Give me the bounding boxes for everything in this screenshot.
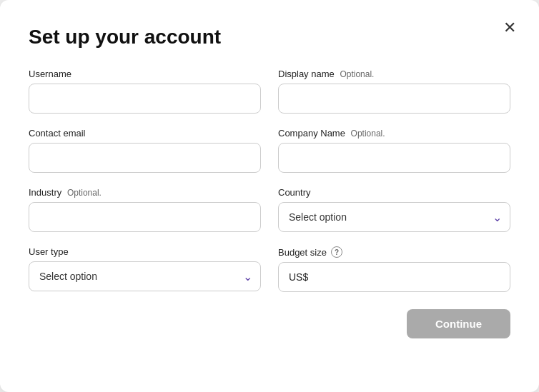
user-type-select-wrapper: Select option ⌄ xyxy=(29,261,261,291)
user-type-label: User type xyxy=(29,246,261,257)
budget-size-label: Budget size xyxy=(278,247,327,258)
username-input[interactable] xyxy=(29,84,261,114)
budget-size-input[interactable] xyxy=(278,262,510,292)
country-select-wrapper: Select option ⌄ xyxy=(278,202,510,232)
username-label: Username xyxy=(29,69,261,79)
company-name-optional: Optional. xyxy=(351,129,385,139)
country-label: Country xyxy=(278,187,510,198)
display-name-label: Display name Optional. xyxy=(278,69,510,79)
account-setup-modal: Set up your account ✕ Username Display n… xyxy=(0,0,539,392)
display-name-optional: Optional. xyxy=(340,69,374,79)
country-group: Country Select option ⌄ xyxy=(278,187,510,232)
continue-button[interactable]: Continue xyxy=(407,309,510,338)
username-group: Username xyxy=(29,69,261,114)
industry-label: Industry Optional. xyxy=(29,187,261,198)
modal-title: Set up your account xyxy=(29,26,510,49)
form-grid: Username Display name Optional. Contact … xyxy=(29,69,510,292)
display-name-input[interactable] xyxy=(278,84,510,114)
user-type-select[interactable]: Select option xyxy=(29,261,261,291)
industry-group: Industry Optional. xyxy=(29,187,261,232)
company-name-input[interactable] xyxy=(278,143,510,173)
close-button[interactable]: ✕ xyxy=(500,17,519,39)
user-type-group: User type Select option ⌄ xyxy=(29,246,261,292)
company-name-group: Company Name Optional. xyxy=(278,128,510,173)
modal-footer: Continue xyxy=(29,309,510,338)
display-name-group: Display name Optional. xyxy=(278,69,510,114)
help-icon: ? xyxy=(331,246,342,258)
company-name-label: Company Name Optional. xyxy=(278,128,510,139)
contact-email-label: Contact email xyxy=(29,128,261,139)
industry-input[interactable] xyxy=(29,202,261,232)
industry-optional: Optional. xyxy=(67,188,102,198)
budget-label-row: Budget size ? xyxy=(278,246,510,258)
budget-size-group: Budget size ? xyxy=(278,246,510,292)
contact-email-group: Contact email xyxy=(29,128,261,173)
modal-overlay: Set up your account ✕ Username Display n… xyxy=(0,0,539,392)
contact-email-input[interactable] xyxy=(29,143,261,173)
country-select[interactable]: Select option xyxy=(278,202,510,232)
